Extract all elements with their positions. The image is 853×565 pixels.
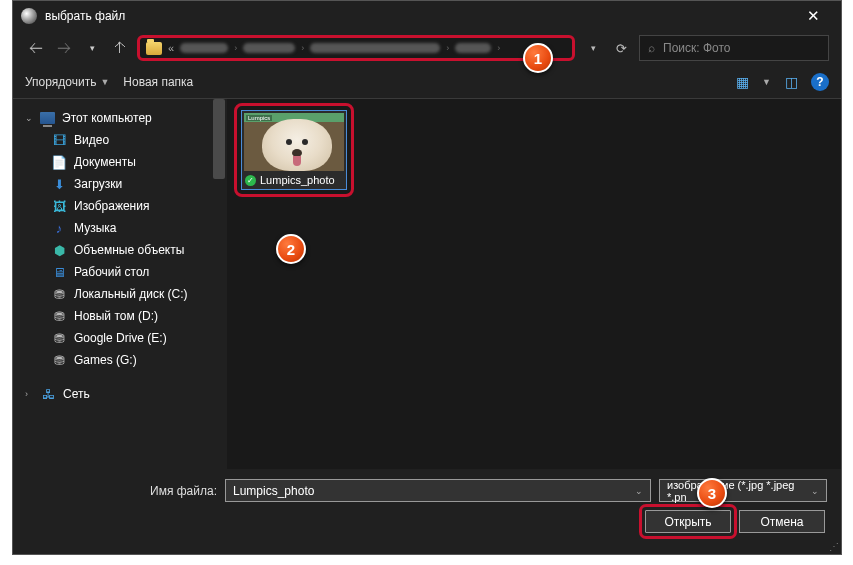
body: ⌄ Этот компьютер 🎞Видео📄Документы⬇Загруз… <box>13 99 841 469</box>
sidebar-item-label: Games (G:) <box>74 353 137 367</box>
sidebar-item-network[interactable]: › 🖧 Сеть <box>19 383 205 405</box>
address-bar[interactable]: « › › › › <box>137 35 575 61</box>
sidebar-item[interactable]: ⬢Объемные объекты <box>19 239 205 261</box>
chevron-down-icon: ⌄ <box>25 113 33 123</box>
navigation-bar: 🡠 🡢 ▾ 🡡 « › › › › ▾ ⟳ ⌕ Поиск: Фото <box>13 31 841 65</box>
annotation-marker-1: 1 <box>523 43 553 73</box>
annotation-highlight-2: Lumpics ✓ Lumpics_photo <box>234 103 354 197</box>
sidebar-item-label: Новый том (D:) <box>74 309 158 323</box>
filetype-filter[interactable]: изображение (*.jpg *.jpeg *.pn ⌄ <box>659 479 827 502</box>
chevron-down-icon[interactable]: ⌄ <box>811 486 819 496</box>
view-mode-button[interactable]: ▦ <box>732 72 752 92</box>
documents-icon: 📄 <box>51 154 67 170</box>
file-open-dialog: выбрать файл ✕ 🡠 🡢 ▾ 🡡 « › › › › ▾ ⟳ ⌕ П… <box>12 0 842 555</box>
preview-pane-button[interactable]: ◫ <box>781 72 801 92</box>
app-icon <box>21 8 37 24</box>
new-folder-button[interactable]: Новая папка <box>123 75 193 89</box>
sidebar-item[interactable]: ⛃Games (G:) <box>19 349 205 371</box>
objects3d-icon: ⬢ <box>51 242 67 258</box>
sidebar-item-label: Объемные объекты <box>74 243 184 257</box>
sidebar-item-label: Документы <box>74 155 136 169</box>
cancel-button[interactable]: Отмена <box>739 510 825 533</box>
sidebar-item[interactable]: 📄Документы <box>19 151 205 173</box>
up-button[interactable]: 🡡 <box>109 37 131 59</box>
forward-button[interactable]: 🡢 <box>53 37 75 59</box>
breadcrumb-segment[interactable] <box>310 43 440 53</box>
sidebar-item[interactable]: ⛃Новый том (D:) <box>19 305 205 327</box>
annotation-marker-3: 3 <box>697 478 727 508</box>
network-icon: 🖧 <box>40 386 56 402</box>
folder-icon <box>146 42 162 55</box>
chevron-down-icon: ▼ <box>100 77 109 87</box>
sync-status-icon: ✓ <box>245 175 256 186</box>
file-thumbnail: Lumpics <box>244 113 344 171</box>
drive-icon: ⛃ <box>51 330 67 346</box>
sidebar-item[interactable]: 🖼Изображения <box>19 195 205 217</box>
breadcrumb-segment[interactable] <box>243 43 295 53</box>
search-icon: ⌕ <box>648 41 655 55</box>
thumbnail-badge: Lumpics <box>246 115 272 121</box>
sidebar-item-label: Изображения <box>74 199 149 213</box>
file-name: Lumpics_photo <box>260 174 335 187</box>
file-list[interactable]: Lumpics ✓ Lumpics_photo <box>211 99 841 469</box>
file-item[interactable]: Lumpics ✓ Lumpics_photo <box>241 110 347 190</box>
pictures-icon: 🖼 <box>51 198 67 214</box>
chevron-down-icon[interactable]: ⌄ <box>635 486 643 496</box>
organize-button[interactable]: Упорядочить ▼ <box>25 75 109 89</box>
sidebar-item-this-pc[interactable]: ⌄ Этот компьютер <box>19 107 205 129</box>
breadcrumb-segment[interactable] <box>180 43 228 53</box>
help-button[interactable]: ? <box>811 73 829 91</box>
sidebar: ⌄ Этот компьютер 🎞Видео📄Документы⬇Загруз… <box>13 99 211 469</box>
pc-icon <box>40 112 55 124</box>
search-input[interactable]: ⌕ Поиск: Фото <box>639 35 829 61</box>
refresh-button[interactable]: ⟳ <box>609 36 633 60</box>
breadcrumb-overflow: « <box>168 42 174 54</box>
address-dropdown[interactable]: ▾ <box>581 36 605 60</box>
toolbar: Упорядочить ▼ Новая папка ▦ ▼ ◫ ? <box>13 65 841 99</box>
filename-label: Имя файла: <box>27 484 217 498</box>
chevron-right-icon: › <box>25 389 33 399</box>
scrollbar-thumb[interactable] <box>213 99 225 179</box>
music-icon: ♪ <box>51 220 67 236</box>
breadcrumb-segment[interactable] <box>455 43 491 53</box>
sidebar-item[interactable]: 🖥Рабочий стол <box>19 261 205 283</box>
search-placeholder: Поиск: Фото <box>663 41 731 55</box>
sidebar-item[interactable]: ⛃Google Drive (E:) <box>19 327 205 349</box>
recent-dropdown[interactable]: ▾ <box>81 37 103 59</box>
sidebar-item[interactable]: ♪Музыка <box>19 217 205 239</box>
back-button[interactable]: 🡠 <box>25 37 47 59</box>
resize-grip[interactable]: ⋰ <box>829 541 837 552</box>
titlebar: выбрать файл ✕ <box>13 1 841 31</box>
drive-icon: ⛃ <box>51 286 67 302</box>
sidebar-item[interactable]: ⛃Локальный диск (C:) <box>19 283 205 305</box>
sidebar-item-label: Google Drive (E:) <box>74 331 167 345</box>
sidebar-item-label: Музыка <box>74 221 116 235</box>
open-button[interactable]: Открыть <box>645 510 731 533</box>
filename-input[interactable]: Lumpics_photo ⌄ <box>225 479 651 502</box>
video-icon: 🎞 <box>51 132 67 148</box>
drive-icon: ⛃ <box>51 308 67 324</box>
sidebar-item-label: Рабочий стол <box>74 265 149 279</box>
sidebar-item[interactable]: ⬇Загрузки <box>19 173 205 195</box>
annotation-marker-2: 2 <box>276 234 306 264</box>
drive-icon: ⛃ <box>51 352 67 368</box>
sidebar-item-label: Загрузки <box>74 177 122 191</box>
sidebar-item-label: Локальный диск (C:) <box>74 287 188 301</box>
desktop-icon: 🖥 <box>51 264 67 280</box>
scrollbar[interactable] <box>211 99 227 469</box>
chevron-down-icon[interactable]: ▼ <box>762 77 771 87</box>
sidebar-item-label: Видео <box>74 133 109 147</box>
downloads-icon: ⬇ <box>51 176 67 192</box>
window-title: выбрать файл <box>45 9 125 23</box>
close-button[interactable]: ✕ <box>793 7 833 25</box>
sidebar-item[interactable]: 🎞Видео <box>19 129 205 151</box>
